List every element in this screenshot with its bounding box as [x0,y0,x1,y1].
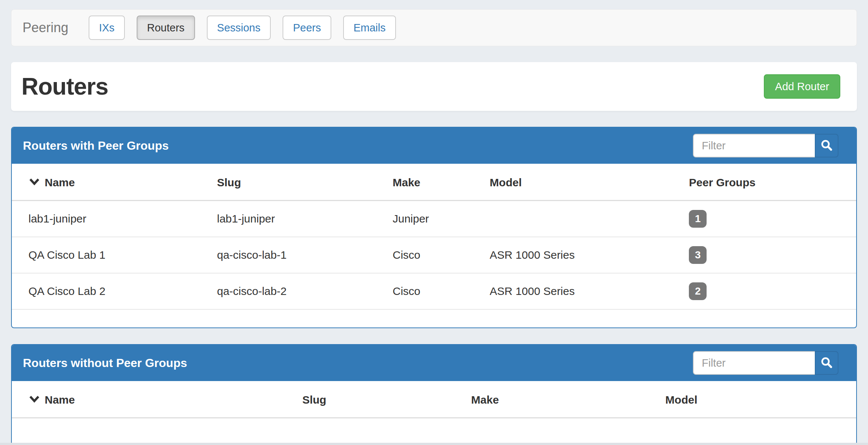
cell-model [484,201,683,237]
cell-name: QA Cisco Lab 2 [12,273,211,309]
routers-without-peer-groups-table: Name Slug Make Model [12,381,856,418]
cell-peer-groups: 2 [683,273,856,309]
filter-input[interactable] [693,134,816,157]
cell-name: QA Cisco Lab 1 [12,237,211,273]
cell-name: lab1-juniper [12,201,211,237]
column-header-name[interactable]: Name [12,164,211,201]
page-title: Routers [21,73,108,100]
add-router-button[interactable]: Add Router [764,74,840,99]
filter-group [693,351,838,375]
cell-slug: qa-cisco-lab-2 [211,273,386,309]
nav-ixs-button[interactable]: IXs [89,16,125,40]
cell-peer-groups: 3 [683,237,856,273]
peer-groups-count-badge: 1 [689,210,707,228]
cell-slug: lab1-juniper [211,201,386,237]
column-header-make[interactable]: Make [465,381,660,418]
table-header-row: Name Slug Make Model Peer Groups [12,164,856,201]
search-icon [820,139,833,153]
peer-groups-count-badge: 2 [689,282,707,300]
panel-heading: Routers without Peer Groups [12,345,856,381]
nav-emails-button[interactable]: Emails [343,16,396,40]
panel-bottom-spacer [12,310,856,327]
brand-peering[interactable]: Peering [23,20,68,35]
peer-groups-count-badge: 3 [689,246,707,264]
nav-sessions-button[interactable]: Sessions [207,16,271,40]
table-header-row: Name Slug Make Model [12,381,856,418]
table-row: lab1-juniper lab1-juniper Juniper 1 [12,201,856,237]
column-header-model[interactable]: Model [484,164,683,201]
column-header-label: Name [45,176,75,189]
nav-routers-button[interactable]: Routers [137,16,195,40]
cell-make: Cisco [387,273,484,309]
column-header-peer-groups[interactable]: Peer Groups [683,164,856,201]
panel-routers-without-peer-groups: Routers without Peer Groups [11,344,857,445]
page-container: Peering IXs Routers Sessions Peers Email… [0,9,868,445]
cell-peer-groups: 1 [683,201,856,237]
search-button[interactable] [815,134,838,157]
panel-title: Routers with Peer Groups [23,139,169,153]
cell-make: Cisco [387,237,484,273]
panel-title: Routers without Peer Groups [23,356,187,370]
nav-peers-button[interactable]: Peers [283,16,331,40]
cell-make: Juniper [387,201,484,237]
panel-routers-with-peer-groups: Routers with Peer Groups [11,127,857,328]
table-row: QA Cisco Lab 2 qa-cisco-lab-2 Cisco ASR … [12,273,856,309]
filter-input[interactable] [693,351,816,375]
column-header-make[interactable]: Make [387,164,484,201]
table-row: QA Cisco Lab 1 qa-cisco-lab-1 Cisco ASR … [12,237,856,273]
navbar: Peering IXs Routers Sessions Peers Email… [11,9,857,46]
cell-model: ASR 1000 Series [484,273,683,309]
column-header-label: Name [45,394,75,406]
cell-slug: qa-cisco-lab-1 [211,237,386,273]
page-header-card: Routers Add Router [11,62,857,111]
column-header-model[interactable]: Model [659,381,856,418]
panel-bottom-spacer [12,418,856,445]
routers-with-peer-groups-table: Name Slug Make Model Peer Groups lab1-ju… [12,164,856,310]
column-header-name[interactable]: Name [12,381,296,418]
column-header-slug[interactable]: Slug [211,164,386,201]
search-button[interactable] [815,351,838,375]
filter-group [693,134,838,157]
panel-heading: Routers with Peer Groups [12,128,856,164]
search-icon [820,356,833,370]
chevron-down-icon [29,394,40,406]
column-header-slug[interactable]: Slug [296,381,465,418]
chevron-down-icon [29,176,40,189]
cell-model: ASR 1000 Series [484,237,683,273]
window-bottom-edge [0,443,868,445]
